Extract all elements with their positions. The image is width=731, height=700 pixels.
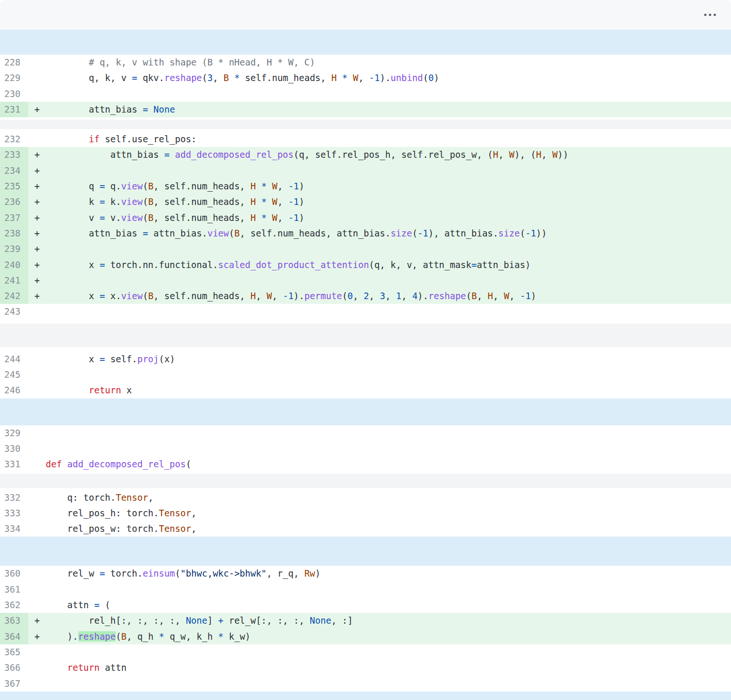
diff-row-243[interactable]: 243 — [0, 304, 731, 319]
diff-row-332[interactable]: 332 q: torch.Tensor, — [0, 490, 731, 505]
diff-sign: + — [28, 613, 46, 628]
diff-row-331[interactable]: 331def add_decomposed_rel_pos( — [0, 456, 731, 472]
line-number[interactable]: 232 — [0, 131, 28, 147]
code-token: , :] — [331, 615, 353, 626]
line-number[interactable]: 230 — [0, 86, 28, 102]
diff-row-231[interactable]: 231+ attn_bias = None — [0, 102, 731, 117]
diff-row-239[interactable]: 239+ — [0, 241, 731, 257]
code-token: ( — [175, 568, 180, 578]
diff-row-330[interactable]: 330 — [0, 441, 731, 456]
diff-row-237[interactable]: 237+ v = v.view(B, self.num_heads, H * W… — [0, 210, 731, 226]
line-number[interactable]: 331 — [0, 456, 28, 472]
code-token: permute — [304, 291, 342, 301]
line-number[interactable]: 229 — [0, 70, 28, 86]
line-number[interactable]: 361 — [0, 582, 28, 597]
diff-row-242[interactable]: 242+ x = x.view(B, self.num_heads, H, W,… — [0, 288, 731, 304]
line-number[interactable]: 236 — [0, 194, 28, 210]
line-number[interactable]: 366 — [0, 660, 28, 676]
code-token: x — [46, 260, 99, 270]
diff-row-333[interactable]: 333 rel_pos_h: torch.Tensor, — [0, 505, 731, 521]
diff-row-360[interactable]: 360 rel_w = torch.einsum("bhwc,wkc->bhwk… — [0, 566, 731, 581]
line-number[interactable]: 332 — [0, 490, 28, 505]
code-token: x — [46, 354, 99, 364]
diff-row-236[interactable]: 236+ k = k.view(B, self.num_heads, H * W… — [0, 194, 731, 210]
line-number[interactable]: 242 — [0, 288, 28, 304]
code-token — [229, 73, 234, 83]
diff-sign: + — [28, 179, 46, 194]
line-number[interactable]: 334 — [0, 521, 28, 537]
line-number[interactable]: 241 — [0, 273, 28, 288]
diff-row-244[interactable]: 244 x = self.proj(x) — [0, 351, 731, 367]
diff-row-229[interactable]: 229 q, k, v = qkv.reshape(3, B * self.nu… — [0, 70, 731, 86]
code-token: ( — [202, 73, 207, 83]
line-number[interactable]: 231 — [0, 102, 28, 117]
code-token: x — [121, 385, 132, 395]
code-token: , — [191, 523, 196, 534]
kebab-horizontal-icon[interactable] — [701, 11, 719, 19]
diff-toolbar — [0, 0, 731, 30]
line-number[interactable]: 238 — [0, 226, 28, 241]
diff-row-238[interactable]: 238+ attn_bias = attn_bias.view(B, self.… — [0, 226, 731, 241]
code-token — [46, 134, 89, 144]
line-number[interactable]: 235 — [0, 179, 28, 194]
diff-row-362[interactable]: 362 attn = ( — [0, 597, 731, 613]
code-token: attn_bias) — [477, 260, 530, 270]
diff-row-234[interactable]: 234+ — [0, 163, 731, 179]
expand-hunk-band[interactable] — [0, 537, 731, 566]
line-number[interactable]: 234 — [0, 163, 28, 179]
line-number[interactable]: 333 — [0, 505, 28, 521]
code-token: H — [251, 291, 256, 301]
line-number[interactable]: 237 — [0, 210, 28, 226]
code-token — [256, 212, 261, 223]
line-number[interactable]: 243 — [0, 304, 28, 319]
diff-row-361[interactable]: 361 — [0, 582, 731, 597]
line-number[interactable]: 364 — [0, 629, 28, 644]
line-number[interactable]: 240 — [0, 257, 28, 273]
diff-row-334[interactable]: 334 rel_pos_w: torch.Tensor, — [0, 521, 731, 537]
diff-row-241[interactable]: 241+ — [0, 273, 731, 288]
diff-row-246[interactable]: 246 return x — [0, 383, 731, 398]
code-token: H — [536, 149, 541, 160]
line-number[interactable]: 233 — [0, 147, 28, 163]
code-token: k — [46, 196, 99, 207]
diff-row-329[interactable]: 329 — [0, 425, 731, 441]
code-token: ( — [143, 212, 148, 223]
diff-row-233[interactable]: 233+ attn_bias = add_decomposed_rel_pos(… — [0, 147, 731, 163]
diff-row-235[interactable]: 235+ q = q.view(B, self.num_heads, H * W… — [0, 179, 731, 194]
code-token: W — [272, 212, 277, 223]
line-number[interactable]: 245 — [0, 367, 28, 383]
line-number[interactable]: 244 — [0, 351, 28, 367]
line-number[interactable]: 246 — [0, 383, 28, 398]
diff-row-230[interactable]: 230 — [0, 86, 731, 102]
code-section: 244 x = self.proj(x)245246 return x — [0, 351, 731, 399]
code-token: = — [164, 149, 170, 160]
line-number[interactable]: 362 — [0, 597, 28, 613]
diff-row-228[interactable]: 228 # q, k, v with shape (B * nHead, H *… — [0, 55, 731, 70]
diff-row-240[interactable]: 240+ x = torch.nn.functional.scaled_dot_… — [0, 257, 731, 273]
line-number[interactable]: 365 — [0, 644, 28, 660]
line-number[interactable]: 228 — [0, 55, 28, 70]
diff-row-245[interactable]: 245 — [0, 367, 731, 383]
line-number[interactable]: 363 — [0, 613, 28, 628]
code-token: attn_bias — [46, 104, 143, 114]
diff-row-365[interactable]: 365 — [0, 644, 731, 660]
line-number[interactable]: 367 — [0, 676, 28, 692]
line-number[interactable]: 329 — [0, 425, 28, 441]
code-token: 3 — [207, 73, 212, 83]
diff-row-367[interactable]: 367 — [0, 676, 731, 692]
expand-hunk-band[interactable] — [0, 399, 731, 425]
line-number[interactable]: 239 — [0, 241, 28, 257]
line-number[interactable]: 330 — [0, 441, 28, 456]
code-token: , self.num_heads, attn_bias. — [240, 228, 390, 238]
diff-row-232[interactable]: 232 if self.use_rel_pos: — [0, 131, 731, 147]
line-number[interactable]: 360 — [0, 566, 28, 581]
diff-row-364[interactable]: 364+ ).reshape(B, q_h * q_w, k_h * k_w) — [0, 629, 731, 644]
diff-row-366[interactable]: 366 return attn — [0, 660, 731, 676]
expand-hunk-band[interactable] — [0, 692, 731, 700]
expand-hunk-band[interactable] — [0, 30, 731, 55]
code-token — [170, 149, 175, 160]
code-token: ( — [143, 196, 148, 207]
diff-row-363[interactable]: 363+ rel_h[:, :, :, :, None] + rel_w[:, … — [0, 613, 731, 628]
code-token: 4 — [412, 291, 417, 301]
code-token: self.use_rel_pos: — [99, 134, 196, 144]
